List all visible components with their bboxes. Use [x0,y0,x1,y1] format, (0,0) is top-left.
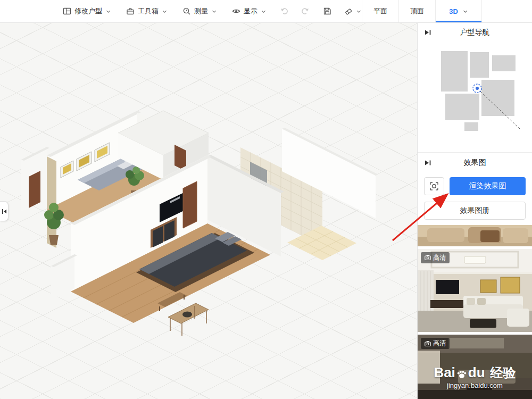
camera-icon [425,340,431,347]
render-thumbnail[interactable]: 高清 [418,249,532,332]
panel-collapse-icon[interactable] [424,159,431,167]
right-sidebar: 户型导航 [417,22,532,399]
hd-badge-label: 高清 [433,253,446,262]
floorplan-3d-scene[interactable] [0,22,417,399]
undo-button[interactable] [280,7,289,15]
save-icon [323,7,331,15]
render-thumbnails: 高清 [418,225,532,399]
effects-title: 效果图 [431,158,518,168]
watermark-brand-right: du [468,365,485,379]
menu-label: 测量 [194,6,208,16]
render-thumbnail[interactable] [418,225,532,246]
render-effect-button[interactable]: 渲染效果图 [450,177,526,195]
eye-icon [232,7,240,15]
redo-button[interactable] [301,7,309,15]
top-toolbar: 修改户型 工具箱 测量 显示 [0,0,532,23]
undo-icon [280,7,289,15]
chevron-down-icon [462,9,468,14]
tab-label: 平面 [373,6,387,16]
menu-measure[interactable]: 测量 [182,6,217,16]
main-area: 户型导航 [0,22,532,399]
menu-modify-floorplan[interactable]: 修改户型 [63,6,111,16]
watermark-brand-left: Bai [434,365,455,379]
toolbar-spacer [482,0,532,22]
sofa-render-preview [418,225,532,246]
save-button[interactable] [323,7,331,15]
desk-and-chair[interactable] [168,303,209,336]
history-group [280,7,309,15]
effect-album-button[interactable]: 效果图册 [424,202,526,220]
render-thumbnail[interactable]: 高清 Bai du 经验 jing [418,335,532,399]
menu-toolbox[interactable]: 工具箱 [126,6,168,16]
chevron-down-icon [105,9,111,14]
bedroom-door[interactable] [183,181,197,228]
tab-label: 3D [449,7,458,15]
measure-icon [182,7,191,15]
tab-3d-view[interactable]: 3D [435,0,482,22]
menu-display[interactable]: 显示 [232,6,267,16]
floorplan-minimap[interactable] [418,43,532,152]
tab-plan-view[interactable]: 平面 [362,0,398,22]
tab-ceiling-view[interactable]: 顶面 [398,0,435,22]
tab-label: 顶面 [410,6,424,16]
baidu-watermark: Bai du 经验 jingyan.baidu.com [418,365,532,389]
canvas-3d-viewport[interactable] [0,22,417,399]
panel-collapse-icon[interactable] [424,29,431,36]
chevron-down-icon [261,9,267,14]
floorplan-nav-title: 户型导航 [431,28,518,37]
render-row: 渲染效果图 [418,173,532,198]
hd-badge-label: 高清 [433,339,446,348]
camera-icon [425,254,431,261]
watermark-url: jingyan.baidu.com [418,381,532,389]
collapse-arrow-icon [1,208,7,215]
baidu-paw-icon [456,369,467,379]
floorplan-nav-header: 户型导航 [418,22,532,43]
toolbox-icon [126,7,135,15]
watermark-suffix: 经验 [491,367,516,379]
eraser-icon [344,7,353,15]
view-mode-tabs: 平面 顶面 3D [362,0,482,22]
left-panel-collapse-handle[interactable] [0,201,9,221]
menu-label: 显示 [244,6,257,16]
viewfinder-icon [429,181,439,191]
menu-label: 工具箱 [138,6,159,16]
toolbar-menu-group: 修改户型 工具箱 测量 显示 [63,6,267,16]
floorplan-grid-icon [63,7,71,15]
home-design-app: 修改户型 工具箱 测量 显示 [0,0,532,399]
eraser-tool[interactable] [344,7,362,15]
left-outer-wall[interactable] [21,147,49,212]
redo-icon [301,7,309,15]
chevron-down-icon [162,9,168,14]
effects-header: 效果图 [418,152,532,173]
chevron-down-icon [356,9,362,14]
left-door [29,171,40,208]
wardrobe-panel [47,156,56,248]
lower-left-wall[interactable] [51,254,77,300]
hd-badge: 高清 [421,252,450,263]
chevron-down-icon [211,9,217,14]
snapshot-button[interactable] [424,177,444,195]
hd-badge: 高清 [421,338,450,349]
menu-label: 修改户型 [74,6,102,16]
